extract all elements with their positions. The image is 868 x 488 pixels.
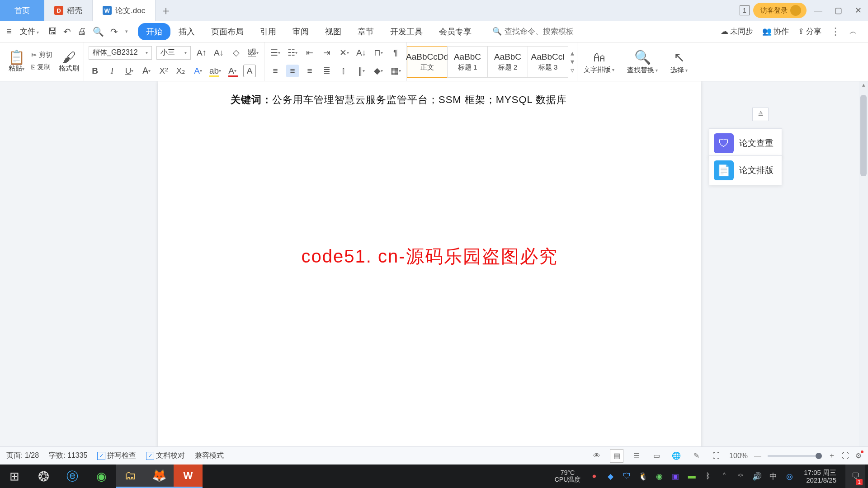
tray-icon-4[interactable]: 🐧 [637,472,648,481]
task-obs-icon[interactable]: ❂ [29,465,58,488]
minimize-button[interactable]: — [810,2,826,19]
paste-label[interactable]: 粘贴▾ [9,64,24,73]
tab-insert[interactable]: 插入 [170,23,203,40]
command-search-input[interactable] [505,27,595,36]
zoom-in-button[interactable]: ＋ [828,451,835,460]
action-center-icon[interactable]: 🗨1 [845,465,865,488]
maximize-button[interactable]: ▢ [830,2,846,19]
preview-icon[interactable]: 🔍 [93,26,104,37]
align-right-button[interactable]: ≡ [303,65,316,77]
bold-button[interactable]: B [89,65,101,77]
tab-member[interactable]: 会员专享 [431,23,480,40]
tab-reference[interactable]: 引用 [252,23,284,40]
word-count[interactable]: 字数: 11335 [49,451,87,460]
more-menu-icon[interactable]: ⋮ [830,26,840,38]
show-marks-button[interactable]: ¶ [389,47,402,59]
view-page-icon[interactable]: ▤ [610,449,623,463]
start-button[interactable]: ⊞ [0,465,29,488]
tab-dev-tools[interactable]: 开发工具 [382,23,431,40]
tray-chevron-icon[interactable]: ˄ [719,472,730,481]
view-outline-icon[interactable]: ☰ [630,449,643,463]
proofread[interactable]: ✓文档校对 [146,451,185,460]
paste-icon[interactable]: 📋 [8,51,25,64]
find-replace-button[interactable]: 🔍 查找替换▾ [621,42,664,81]
text-effect-button[interactable]: A▾ [192,65,204,77]
print-icon[interactable]: 🖨 [77,26,86,37]
wifi-icon[interactable]: ⌔ [735,472,746,481]
format-painter-icon[interactable]: 🖌 [62,51,76,64]
tray-icon-7[interactable]: ▬ [686,472,697,481]
zoom-value[interactable]: 100% [729,452,748,460]
tab-home[interactable]: 首页 [0,0,44,21]
zoom-slider[interactable] [768,455,822,457]
justify-button[interactable]: ≣ [321,65,333,77]
distribute-button[interactable]: ⫿ [338,65,350,77]
strikethrough-button[interactable]: A̶▾ [140,65,153,77]
tab-daoke[interactable]: D 稻壳 [44,0,93,21]
spell-check[interactable]: ✓拼写检查 [97,451,136,460]
align-left-button[interactable]: ≡ [269,65,282,77]
collapse-ribbon-icon[interactable]: ︿ [849,26,857,37]
eye-protect-icon[interactable]: 👁 [590,449,604,463]
styles-expand-icon[interactable]: ▿ [571,66,574,75]
cut-button[interactable]: ✂ 剪切 [31,51,52,59]
shading-button[interactable]: ◆▾ [372,65,385,77]
styles-down-icon[interactable]: ▾ [571,57,574,66]
cpu-temp-widget[interactable]: 79°CCPU温度 [555,469,581,483]
collapse-side-icon[interactable]: ≙ [752,108,769,121]
fit-width-icon[interactable]: ⛶ [709,449,723,463]
view-web-icon[interactable]: 🌐 [670,449,683,463]
workspace-count[interactable]: 1 [740,5,750,15]
settings-cog-icon[interactable]: ⚙ [855,451,862,460]
superscript-button[interactable]: X² [157,65,170,77]
tab-page-layout[interactable]: 页面布局 [203,23,252,40]
tab-document[interactable]: W 论文.doc [93,0,156,21]
font-size-select[interactable]: 小三▾ [156,46,191,60]
tray-icon-5[interactable]: ◉ [654,472,665,481]
tab-stops-button[interactable]: ⊓▾ [372,47,385,59]
style-heading1[interactable]: AaBbC标题 1 [447,46,488,78]
view-read-icon[interactable]: ▭ [650,449,663,463]
align-center-button[interactable]: ≡ [286,65,299,77]
bullets-button[interactable]: ☰▾ [269,47,282,59]
tray-icon-2[interactable]: ◆ [605,472,616,481]
volume-icon[interactable]: 🔊 [751,472,762,481]
page-indicator[interactable]: 页面: 1/28 [6,451,39,460]
guest-login-button[interactable]: 访客登录 [753,3,807,18]
annotate-icon[interactable]: ✎ [689,449,703,463]
decrease-indent-button[interactable]: ⇤ [303,47,316,59]
task-wps-icon[interactable]: W [174,465,203,488]
numbering-button[interactable]: ☷▾ [286,47,299,59]
qa-dropdown[interactable]: ▾ [125,28,128,34]
clock[interactable]: 17:05 周三 2021/8/25 [800,469,840,484]
hamburger-icon[interactable]: ≡ [3,26,15,37]
tab-chapter[interactable]: 章节 [349,23,382,40]
scrollbar-thumb[interactable] [860,95,867,176]
bluetooth-icon[interactable]: ᛒ [703,472,713,481]
tab-view[interactable]: 视图 [317,23,349,40]
char-border-button[interactable]: A [243,65,256,77]
paper-layout-card[interactable]: 📄 论文排版 [709,155,782,185]
increase-indent-button[interactable]: ⇥ [321,47,333,59]
task-ie-icon[interactable]: ⓔ [58,465,87,488]
sync-status[interactable]: ☁ 未同步 [721,26,753,37]
tab-start[interactable]: 开始 [138,23,170,40]
asian-layout-button[interactable]: ✕▾ [338,47,350,59]
highlight-button[interactable]: ab▾ [209,65,222,77]
shrink-font-icon[interactable]: A↓ [212,47,225,59]
scroll-up-icon[interactable]: ▴ [859,81,868,90]
file-menu[interactable]: 文件▾ [17,26,42,37]
copy-button[interactable]: ⎘ 复制 [31,63,52,71]
line-spacing-button[interactable]: ‖▾ [355,65,368,77]
share-button[interactable]: ⇪ 分享 [798,26,821,37]
style-heading3[interactable]: AaBbCcI标题 3 [528,46,568,78]
paper-check-card[interactable]: 🛡 论文查重 [709,128,782,158]
document-page[interactable]: 关键词：公务用车管理智慧云服务监管平台；SSM 框架；MYSQL 数据库 cod… [158,81,701,459]
fullscreen-icon[interactable]: ⛶ [842,452,849,460]
save-icon[interactable]: 🖫 [48,26,57,37]
tab-add-button[interactable]: ＋ [156,3,176,19]
style-heading2[interactable]: AaBbC标题 2 [487,46,528,78]
subscript-button[interactable]: X₂ [175,65,187,77]
grow-font-icon[interactable]: A↑ [195,47,208,59]
font-family-select[interactable]: 楷体_GB2312▾ [89,46,152,60]
